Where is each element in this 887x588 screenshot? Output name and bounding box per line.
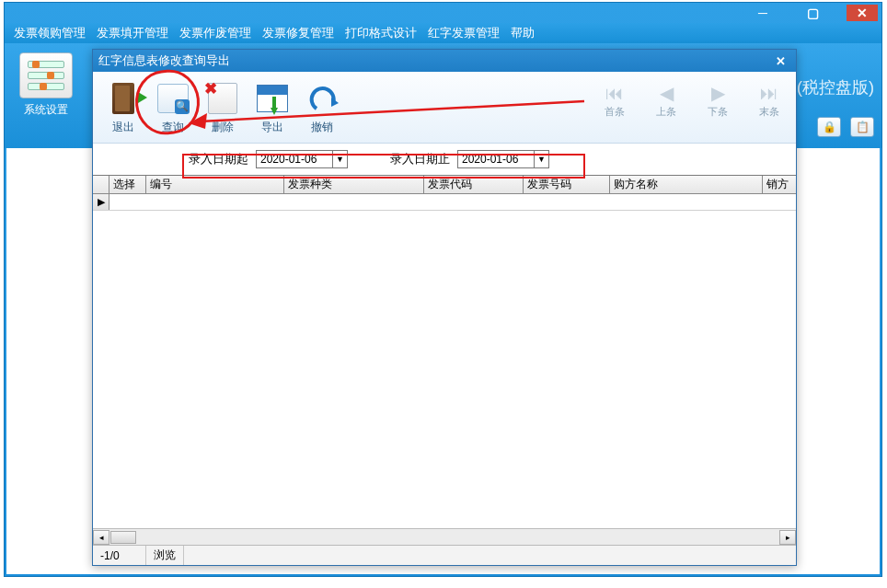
export-button[interactable]: 导出 <box>248 80 297 135</box>
nav-last-label: 末条 <box>752 105 787 119</box>
undo-icon <box>304 80 340 117</box>
red-info-query-dialog: 红字信息表修改查询导出 ✕ 退出 🔍 查询 删除 导出 撤销 <box>92 49 797 566</box>
nav-prev-label: 上条 <box>649 105 684 119</box>
grid-empty-row[interactable]: ▶ <box>93 194 796 211</box>
skip-first-icon: ⏮ <box>597 83 632 103</box>
col-invoice-type[interactable]: 发票种类 <box>284 176 424 193</box>
row-indicator-icon: ▶ <box>93 194 109 210</box>
close-main-button[interactable]: ✕ <box>847 5 878 21</box>
system-settings-label: 系统设置 <box>14 102 78 118</box>
end-date-field[interactable]: ▼ <box>457 150 549 168</box>
skip-last-icon: ⏭ <box>752 83 787 103</box>
next-icon: ▶ <box>700 83 735 103</box>
delete-button[interactable]: 删除 <box>198 80 248 135</box>
nav-next-label: 下条 <box>700 105 735 119</box>
record-nav-buttons: ⏮ 首条 ◀ 上条 ▶ 下条 ⏭ 末条 <box>597 83 787 119</box>
delete-icon <box>204 80 241 117</box>
menu-red-invoice[interactable]: 红字发票管理 <box>428 25 500 41</box>
exit-label: 退出 <box>98 120 148 135</box>
menu-invoice-purchase[interactable]: 发票领购管理 <box>14 25 86 41</box>
start-date-field[interactable]: ▼ <box>256 150 348 168</box>
start-date-label: 录入日期起 <box>189 151 248 167</box>
menu-print-format[interactable]: 打印格式设计 <box>345 25 417 41</box>
col-select[interactable]: 选择 <box>109 176 146 193</box>
prev-icon: ◀ <box>649 83 684 103</box>
col-buyer-name[interactable]: 购方名称 <box>610 176 763 193</box>
export-icon <box>254 80 291 117</box>
dialog-toolbar: 退出 🔍 查询 删除 导出 撤销 ⏮ 首条 <box>93 72 796 144</box>
nav-next-button[interactable]: ▶ 下条 <box>700 83 735 119</box>
scroll-thumb[interactable] <box>110 531 136 544</box>
menu-invoice-void[interactable]: 发票作废管理 <box>179 25 251 41</box>
scroll-right-button[interactable]: ▸ <box>779 530 796 545</box>
nav-first-button[interactable]: ⏮ 首条 <box>597 83 632 119</box>
start-date-dropdown-icon[interactable]: ▼ <box>332 151 347 167</box>
grid-corner-cell <box>93 176 109 193</box>
main-titlebar: ─ ▢ ✕ <box>5 3 881 23</box>
clipboard-icon[interactable]: 📋 <box>850 117 874 137</box>
menu-invoice-fill[interactable]: 发票填开管理 <box>97 25 168 41</box>
main-menu-bar: 发票领购管理 发票填开管理 发票作废管理 发票修复管理 打印格式设计 红字发票管… <box>5 23 881 43</box>
col-seller[interactable]: 销方 <box>763 176 796 193</box>
scroll-left-button[interactable]: ◂ <box>93 530 109 545</box>
dialog-title-text: 红字信息表修改查询导出 <box>98 52 230 69</box>
query-icon: 🔍 <box>155 80 191 117</box>
col-invoice-code[interactable]: 发票代码 <box>424 176 524 193</box>
undo-label: 撤销 <box>297 120 347 135</box>
menu-help[interactable]: 帮助 <box>511 25 535 41</box>
system-settings-button[interactable]: 系统设置 <box>14 52 78 118</box>
status-position: -1/0 <box>93 546 146 565</box>
col-invoice-no[interactable]: 发票号码 <box>524 176 610 193</box>
settings-icon <box>19 52 73 98</box>
grid-header-row: 选择 编号 发票种类 发票代码 发票号码 购方名称 销方 <box>93 176 796 194</box>
version-label: (税控盘版) <box>797 76 874 98</box>
dialog-close-button[interactable]: ✕ <box>770 52 790 69</box>
filter-bar: 录入日期起 ▼ 录入日期止 ▼ <box>93 144 796 175</box>
undo-button[interactable]: 撤销 <box>297 80 347 135</box>
exit-icon <box>105 80 142 117</box>
nav-prev-button[interactable]: ◀ 上条 <box>649 83 684 119</box>
lock-icon[interactable]: 🔒 <box>817 117 841 137</box>
query-button[interactable]: 🔍 查询 <box>148 80 198 135</box>
col-number[interactable]: 编号 <box>146 176 284 193</box>
nav-last-button[interactable]: ⏭ 末条 <box>752 83 787 119</box>
end-date-input[interactable] <box>458 153 534 166</box>
main-quick-icons: 🔒 📋 <box>817 117 874 137</box>
nav-first-label: 首条 <box>597 105 632 119</box>
end-date-label: 录入日期止 <box>390 151 450 167</box>
exit-button[interactable]: 退出 <box>98 80 148 135</box>
start-date-input[interactable] <box>257 153 332 166</box>
export-label: 导出 <box>248 120 297 135</box>
end-date-dropdown-icon[interactable]: ▼ <box>534 151 548 167</box>
horizontal-scrollbar[interactable]: ◂ ▸ <box>93 528 796 545</box>
dialog-title-bar[interactable]: 红字信息表修改查询导出 ✕ <box>93 50 796 72</box>
maximize-button[interactable]: ▢ <box>797 5 828 21</box>
result-grid: 选择 编号 发票种类 发票代码 发票号码 购方名称 销方 ▶ ◂ ▸ <box>93 175 796 545</box>
menu-invoice-repair[interactable]: 发票修复管理 <box>262 25 334 41</box>
dialog-status-bar: -1/0 浏览 <box>93 545 796 565</box>
minimize-button[interactable]: ─ <box>747 5 778 21</box>
delete-label: 删除 <box>198 120 248 135</box>
status-mode: 浏览 <box>146 546 184 565</box>
query-label: 查询 <box>148 120 198 135</box>
